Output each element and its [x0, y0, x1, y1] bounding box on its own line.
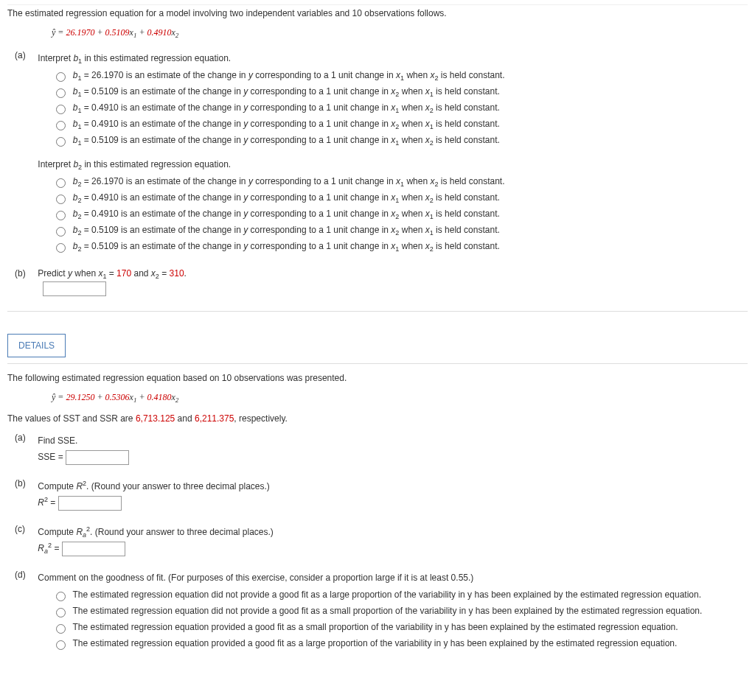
q1-intro: The estimated regression equation for a …	[7, 5, 748, 23]
q2-sst-line: The values of SST and SSR are 6,713.125 …	[7, 410, 748, 428]
q2-intro: The following estimated regression equat…	[7, 370, 748, 388]
details-button[interactable]: DETAILS	[7, 334, 66, 357]
q1a-prompt2: Interpret b2 in this estimated regressio…	[38, 156, 744, 174]
q2-part-a: (a) Find SSE. SSE =	[7, 428, 748, 465]
radio-q1a1-3[interactable]	[56, 121, 66, 130]
choice-text: b2 = 0.5109 is an estimate of the change…	[73, 225, 500, 235]
radio-q1a2-1[interactable]	[56, 195, 66, 204]
part-label: (a)	[15, 433, 35, 443]
radio-q1a2-4[interactable]	[56, 243, 66, 253]
q1a2-choice: b2 = 0.5109 is an estimate of the change…	[38, 223, 744, 239]
q1-part-a: (a) Interpret b1 in this estimated regre…	[7, 46, 748, 255]
sse-lhs: SSE =	[38, 452, 66, 462]
q1a1-choice: b1 = 0.5109 is an estimate of the change…	[38, 84, 744, 100]
eq-c0: 26.1970	[66, 27, 94, 38]
q2-part-c: (c) Compute Ra2. (Round your answer to t…	[7, 511, 748, 556]
q2d-choice: The estimated regression equation did no…	[38, 587, 744, 603]
choice-text: b2 = 0.5109 is an estimate of the change…	[73, 241, 500, 251]
q1a2-choice: b2 = 0.4910 is an estimate of the change…	[38, 206, 744, 223]
radio-q1a1-1[interactable]	[56, 88, 66, 98]
choice-text: b1 = 0.5109 is an estimate of the change…	[73, 135, 500, 145]
radio-q1a2-3[interactable]	[56, 227, 66, 237]
q1a1-choice: b1 = 0.4910 is an estimate of the change…	[38, 100, 744, 116]
q1-equation: ŷ = 26.1970 + 0.5109x1 + 0.4910x2	[7, 23, 748, 46]
q1a1-choice: b1 = 0.4910 is an estimate of the change…	[38, 116, 744, 133]
choice-text: The estimated regression equation provid…	[72, 622, 678, 632]
choice-text: b1 = 0.4910 is an estimate of the change…	[73, 102, 500, 113]
q2-part-d: (d) Comment on the goodness of fit. (For…	[7, 556, 748, 652]
q2a-prompt: Find SSE.	[38, 433, 744, 450]
part-label: (a)	[15, 50, 35, 60]
part-label: (b)	[15, 478, 35, 489]
sse-input[interactable]	[66, 450, 129, 465]
eq-c1: 0.5109	[105, 27, 130, 38]
choice-text: b1 = 0.5109 is an estimate of the change…	[73, 86, 500, 97]
q2d-prompt: Comment on the goodness of fit. (For pur…	[38, 570, 744, 587]
radio-q1a1-4[interactable]	[56, 137, 66, 147]
q2d-choice: The estimated regression equation provid…	[38, 636, 744, 652]
q2d-choice: The estimated regression equation did no…	[38, 603, 744, 620]
eq-yhat: ŷ =	[52, 27, 66, 38]
radio-q1a1-2[interactable]	[56, 105, 66, 114]
q1a1-choice: b1 = 26.1970 is an estimate of the chang…	[38, 68, 744, 84]
radio-q1a1-0[interactable]	[56, 72, 66, 82]
q1a2-choice: b2 = 0.5109 is an estimate of the change…	[38, 239, 744, 255]
r2-lhs: R2 =	[38, 497, 58, 508]
choice-text: The estimated regression equation did no…	[72, 589, 701, 600]
choice-text: b1 = 26.1970 is an estimate of the chang…	[73, 70, 505, 80]
ra2-lhs: Ra2 =	[38, 543, 61, 553]
ra2-input[interactable]	[62, 542, 125, 556]
question-1: The estimated regression equation for a …	[7, 4, 748, 312]
q2b-prompt: Compute R2. (Round your answer to three …	[38, 478, 744, 496]
choice-text: The estimated regression equation did no…	[72, 606, 702, 616]
eq-c2: 0.4910	[147, 27, 171, 38]
choice-text: b1 = 0.4910 is an estimate of the change…	[73, 119, 500, 129]
part-label: (b)	[15, 268, 35, 279]
r2-input[interactable]	[58, 496, 122, 511]
q1a2-choice: b2 = 26.1970 is an estimate of the chang…	[38, 174, 744, 190]
radio-q2d-3[interactable]	[56, 640, 66, 650]
radio-q2d-0[interactable]	[56, 592, 66, 601]
radio-q1a2-2[interactable]	[56, 211, 66, 220]
radio-q2d-2[interactable]	[56, 624, 66, 634]
radio-q1a2-0[interactable]	[56, 178, 66, 188]
q1-part-b: (b) Predict y when x1 = 170 and x2 = 310…	[7, 255, 748, 296]
part-label: (c)	[15, 524, 35, 534]
choice-text: b2 = 26.1970 is an estimate of the chang…	[73, 176, 505, 186]
q1a1-choice: b1 = 0.5109 is an estimate of the change…	[38, 133, 744, 149]
q1b-prompt: Predict y when x1 = 170 and x2 = 310.	[38, 268, 187, 279]
q2-part-b: (b) Compute R2. (Round your answer to th…	[7, 465, 748, 511]
question-2: DETAILS The following estimated regressi…	[7, 334, 748, 652]
choice-text: b2 = 0.4910 is an estimate of the change…	[73, 192, 500, 203]
q1a2-choice: b2 = 0.4910 is an estimate of the change…	[38, 190, 744, 206]
q2-equation: ŷ = 29.1250 + 0.5306x1 + 0.4180x2	[7, 388, 748, 410]
q2d-choice: The estimated regression equation provid…	[38, 620, 744, 636]
q1a-prompt1: Interpret b1 in this estimated regressio…	[38, 50, 744, 68]
radio-q2d-1[interactable]	[56, 608, 66, 617]
predict-y-input[interactable]	[43, 281, 106, 296]
choice-text: b2 = 0.4910 is an estimate of the change…	[73, 209, 500, 219]
q2c-prompt: Compute Ra2. (Round your answer to three…	[38, 524, 744, 542]
choice-text: The estimated regression equation provid…	[72, 638, 677, 648]
part-label: (d)	[15, 570, 35, 580]
